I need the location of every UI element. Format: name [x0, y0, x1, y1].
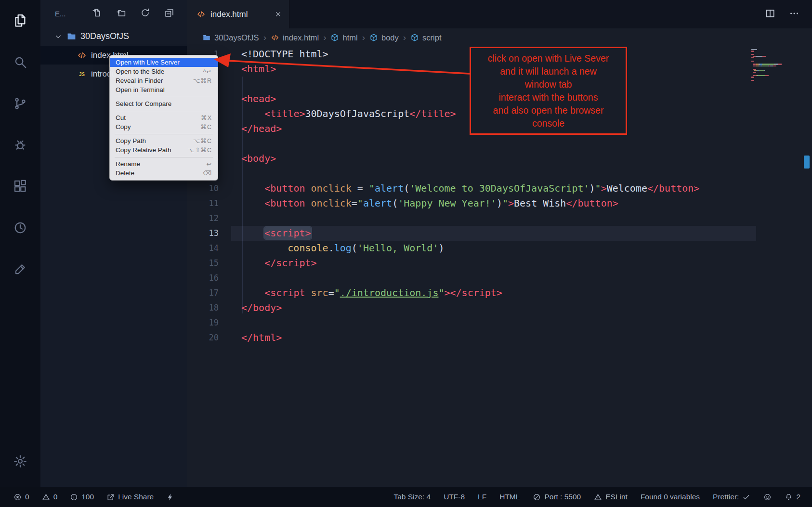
activity-history[interactable] — [0, 207, 40, 248]
activity-explorer[interactable] — [0, 0, 40, 41]
code-line-16: 16 — [187, 271, 812, 286]
new-file-button[interactable] — [92, 8, 102, 20]
status-label: 0 — [53, 493, 58, 501]
status-tab-size[interactable]: Tab Size: 4 — [393, 493, 431, 501]
status-eslint[interactable]: ESLint — [594, 493, 628, 501]
breadcrumb-item-30daysofjs[interactable]: 30DaysOfJS — [202, 33, 259, 42]
status-label: ESLint — [605, 493, 628, 501]
status-bar-left: 00100Live Share — [13, 493, 174, 501]
status-live-share[interactable]: Live Share — [106, 493, 154, 501]
error-icon — [13, 493, 22, 501]
breadcrumb-item-index-html[interactable]: index.html — [271, 33, 319, 42]
line-number: 11 — [187, 196, 231, 211]
status-code-runner[interactable] — [166, 493, 174, 501]
breadcrumb-label: script — [422, 33, 441, 42]
menu-item-reveal-in-finder[interactable]: Reveal in Finder⌥⌘R — [110, 76, 218, 85]
root-folder-label: 30DaysOfJS — [80, 31, 129, 41]
activity-edit-session[interactable] — [0, 248, 40, 290]
gear-icon — [13, 454, 27, 468]
activity-run-and-debug[interactable] — [0, 124, 40, 166]
breadcrumb-item-script[interactable]: script — [410, 33, 441, 42]
status-eol[interactable]: LF — [478, 493, 486, 501]
menu-separator — [115, 97, 213, 97]
explorer-title: E... — [55, 10, 66, 18]
menu-item-open-to-the-side[interactable]: Open to the Side^↵ — [110, 67, 218, 76]
new-file-icon — [92, 8, 102, 18]
chevron-down-icon — [54, 32, 63, 41]
split-editor-button[interactable] — [765, 8, 775, 21]
breadcrumb-item-html[interactable]: html — [330, 33, 357, 42]
menu-separator — [115, 134, 213, 134]
status-encoding[interactable]: UTF-8 — [444, 493, 465, 501]
status-warnings[interactable]: 0 — [42, 493, 58, 501]
source-control-icon — [13, 96, 27, 111]
tab-label: index.html — [210, 10, 269, 19]
menu-item-delete[interactable]: Delete⌫ — [110, 169, 218, 178]
more-actions-button[interactable] — [789, 8, 799, 21]
menu-item-label: Open with Live Server — [116, 59, 212, 66]
menu-item-rename[interactable]: Rename↩ — [110, 159, 218, 169]
minimap[interactable] — [751, 49, 799, 82]
code-text: <body> — [231, 151, 812, 166]
line-number: 16 — [187, 271, 231, 286]
status-notifications[interactable]: 2 — [785, 493, 800, 501]
status-label: 100 — [81, 493, 94, 501]
bell-icon — [785, 493, 793, 501]
menu-item-copy-relative-path[interactable]: Copy Relative Path⌥⇧⌘C — [110, 145, 218, 155]
menu-item-open-with-live-server[interactable]: Open with Live Server — [110, 58, 218, 67]
menu-item-cut[interactable]: Cut⌘X — [110, 113, 218, 122]
history-icon — [13, 221, 27, 235]
js-icon: JS — [77, 69, 87, 79]
annotation-text-line: click on open with Live Sever — [471, 52, 626, 65]
menu-item-open-in-terminal[interactable]: Open in Terminal — [110, 85, 218, 94]
menu-item-shortcut: ⌥⇧⌘C — [188, 146, 212, 154]
debug-icon — [13, 138, 27, 152]
menu-item-select-for-compare[interactable]: Select for Compare — [110, 99, 218, 108]
close-icon[interactable] — [274, 10, 282, 18]
status-language-mode[interactable]: HTML — [499, 493, 520, 501]
activity-extensions[interactable] — [0, 166, 40, 207]
refresh-button[interactable] — [140, 8, 150, 20]
menu-item-shortcut: ⌥⌘C — [193, 137, 212, 144]
collapse-all-icon — [164, 8, 174, 18]
breadcrumb-separator: › — [323, 32, 326, 43]
activity-source-control[interactable] — [0, 83, 40, 124]
status-label: Prettier: — [713, 493, 739, 501]
line-number: 10 — [187, 181, 231, 196]
activity-bar — [0, 0, 40, 487]
status-label: Port : 5500 — [544, 493, 581, 501]
collapse-all-button[interactable] — [164, 8, 174, 20]
vscode-window: E... 30DaysOfJS index.htmlJSintroduction… — [0, 0, 812, 507]
code-text: </html> — [231, 330, 812, 345]
breadcrumb-item-body[interactable]: body — [369, 33, 399, 42]
html-code-icon — [271, 33, 279, 42]
refresh-icon — [140, 8, 150, 18]
menu-item-label: Rename — [116, 160, 207, 168]
menu-item-label: Select for Compare — [116, 100, 212, 107]
activity-manage[interactable] — [0, 441, 40, 482]
status-feedback[interactable] — [763, 493, 772, 501]
code-text: </script> — [231, 256, 812, 271]
code-text — [231, 315, 812, 330]
code-text — [231, 136, 812, 151]
status-prettier[interactable]: Prettier: — [713, 493, 750, 501]
menu-item-shortcut: ⌘C — [200, 123, 212, 130]
html-code-icon — [196, 10, 206, 19]
status-errors[interactable]: 0 — [13, 493, 29, 501]
status-variables[interactable]: Found 0 variables — [641, 493, 700, 501]
status-info[interactable]: 100 — [70, 493, 94, 501]
status-live-server-port[interactable]: Port : 5500 — [533, 493, 581, 501]
status-bar: 00100Live Share Tab Size: 4UTF-8LFHTMLPo… — [0, 487, 812, 507]
activity-search[interactable] — [0, 41, 40, 83]
tree-root-folder[interactable]: 30DaysOfJS — [40, 27, 187, 46]
line-number: 18 — [187, 300, 231, 315]
new-folder-icon — [116, 8, 126, 18]
code-line-11: 11 <button onclick="alert('Happy New Yea… — [187, 196, 812, 211]
menu-item-copy-path[interactable]: Copy Path⌥⌘C — [110, 136, 218, 145]
menu-item-copy[interactable]: Copy⌘C — [110, 122, 218, 131]
new-folder-button[interactable] — [116, 8, 126, 20]
annotation-text-line: interact with the buttons — [471, 91, 626, 104]
tab-index-html[interactable]: index.html — [187, 0, 289, 28]
menu-item-label: Delete — [116, 169, 203, 177]
menu-item-label: Open in Terminal — [116, 86, 212, 93]
